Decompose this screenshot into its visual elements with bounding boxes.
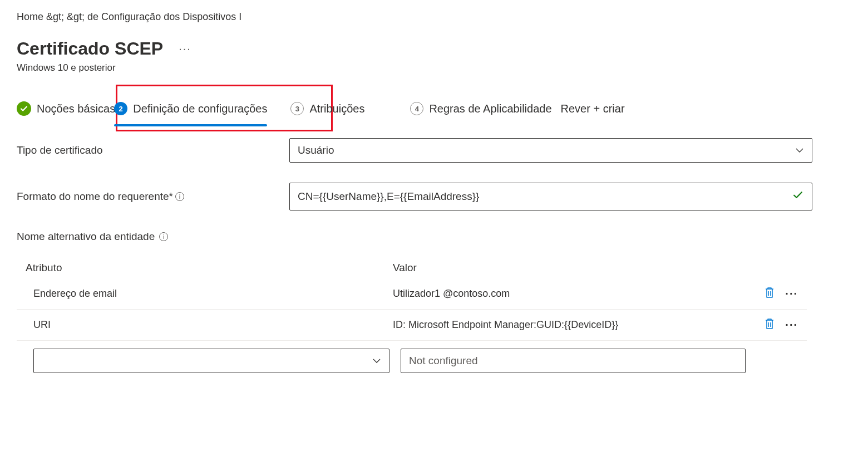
chevron-down-icon bbox=[795, 146, 804, 155]
info-icon[interactable]: i bbox=[175, 192, 184, 201]
check-icon bbox=[17, 101, 31, 116]
breadcrumb[interactable]: Home &gt; &gt; de Configuração dos Dispo… bbox=[17, 11, 851, 23]
page-title: Certificado SCEP bbox=[17, 38, 163, 59]
san-new-row: Not configured bbox=[17, 341, 807, 381]
san-header-attr: Atributo bbox=[26, 262, 393, 274]
row-more-button[interactable]: ··· bbox=[785, 287, 798, 300]
san-row-val: ID: Microsoft Endpoint Manager:GUID:{{De… bbox=[393, 319, 764, 331]
chevron-down-icon bbox=[372, 356, 381, 365]
tab-label: Definição de configurações bbox=[133, 102, 267, 115]
new-san-value-input[interactable]: Not configured bbox=[401, 349, 746, 373]
info-icon[interactable]: i bbox=[159, 232, 168, 241]
active-tab-underline bbox=[114, 124, 267, 126]
valid-check-icon bbox=[792, 189, 804, 204]
tab-assignments[interactable]: 3 Atribuições bbox=[290, 102, 364, 115]
wizard-tabs: Noções básicas 2 Definição de configuraç… bbox=[17, 101, 851, 116]
step-number-icon: 3 bbox=[290, 102, 304, 115]
tab-label: Noções básicas bbox=[37, 102, 115, 115]
delete-row-button[interactable] bbox=[764, 286, 775, 301]
subject-name-value: CN={{UserName}},E={{EmailAddress}} bbox=[298, 190, 479, 203]
more-actions-button[interactable]: ··· bbox=[179, 42, 191, 55]
san-label-text: Nome alternativo da entidade bbox=[17, 231, 155, 243]
subject-name-label-text: Formato do nome do requerente* bbox=[17, 190, 173, 203]
san-header-val: Valor bbox=[393, 262, 798, 274]
san-row-attr: URI bbox=[33, 319, 393, 331]
tab-label: Regras de Aplicabilidade bbox=[429, 102, 551, 115]
delete-row-button[interactable] bbox=[764, 317, 775, 332]
step-number-icon: 4 bbox=[410, 102, 423, 115]
step-number-icon: 2 bbox=[114, 102, 127, 115]
row-more-button[interactable]: ··· bbox=[785, 319, 798, 331]
cert-type-value: Usuário bbox=[298, 144, 334, 156]
tab-label: Rever + criar bbox=[561, 102, 625, 115]
cert-type-dropdown[interactable]: Usuário bbox=[289, 138, 812, 163]
tab-label: Atribuições bbox=[309, 102, 364, 115]
subject-name-label: Formato do nome do requerente* i bbox=[17, 190, 278, 203]
tab-applicability[interactable]: 4 Regras de Aplicabilidade bbox=[410, 102, 551, 115]
page-subtitle: Windows 10 e posterior bbox=[17, 62, 851, 74]
tab-basics[interactable]: Noções básicas bbox=[17, 101, 115, 116]
san-section-label: Nome alternativo da entidade i bbox=[17, 231, 851, 243]
new-san-attr-dropdown[interactable] bbox=[33, 349, 389, 373]
tab-config-settings[interactable]: 2 Definição de configurações bbox=[114, 102, 267, 115]
tab-review-create[interactable]: Rever + criar bbox=[561, 102, 625, 115]
cert-type-label: Tipo de certificado bbox=[17, 144, 278, 156]
san-row: URI ID: Microsoft Endpoint Manager:GUID:… bbox=[17, 310, 807, 341]
san-row-attr: Endereço de email bbox=[33, 288, 393, 300]
san-table: Atributo Valor Endereço de email Utiliza… bbox=[17, 257, 807, 381]
san-table-header: Atributo Valor bbox=[17, 257, 807, 278]
san-row-val: Utilizador1 @contoso.com bbox=[393, 288, 764, 300]
san-row: Endereço de email Utilizador1 @contoso.c… bbox=[17, 278, 807, 310]
subject-name-input[interactable]: CN={{UserName}},E={{EmailAddress}} bbox=[289, 183, 812, 210]
